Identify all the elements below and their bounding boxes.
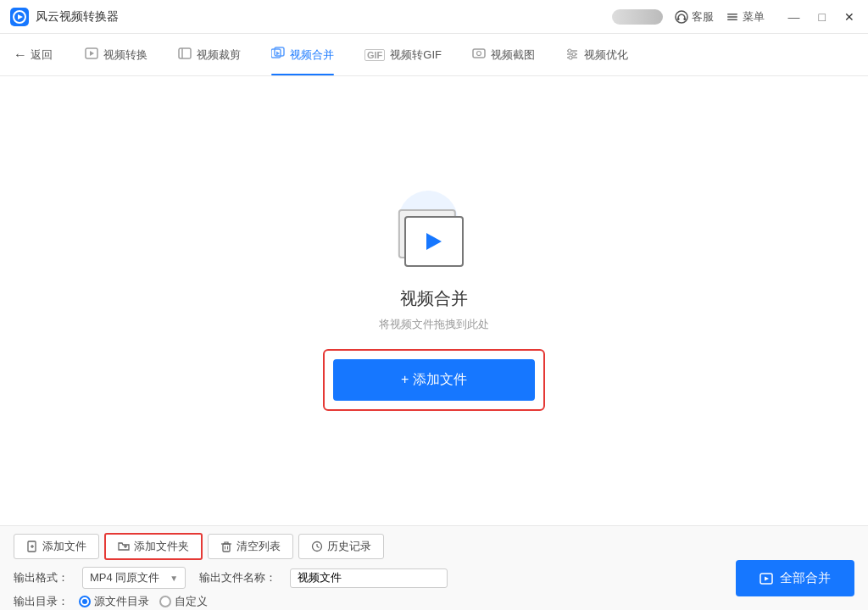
radio-custom-dir[interactable]: 自定义 (159, 594, 208, 609)
add-folder-btn-label: 添加文件夹 (134, 539, 189, 554)
tab-video-clip[interactable]: 视频裁剪 (163, 34, 256, 75)
back-label: 返回 (31, 47, 53, 63)
add-file-icon (26, 541, 38, 552)
service-btn[interactable]: 客服 (675, 9, 714, 25)
format-select[interactable]: MP4 同原文件 ▼ (82, 567, 186, 589)
history-icon (311, 541, 323, 552)
tab-video-convert-label: 视频转换 (103, 47, 147, 63)
output-dir-label: 输出目录： (14, 594, 69, 609)
drop-zone-border: + 添加文件 (323, 349, 545, 411)
history-btn-label: 历史记录 (327, 539, 371, 554)
video-screenshot-icon (472, 47, 486, 63)
tab-video-screenshot-label: 视频截图 (491, 47, 535, 63)
minimize-btn[interactable]: — (785, 8, 804, 25)
format-label: 输出格式： (14, 570, 69, 585)
tab-video-clip-label: 视频裁剪 (197, 47, 241, 63)
tab-video-merge[interactable]: 视频合并 (256, 34, 349, 75)
video-illustration (383, 191, 485, 267)
bottom-toolbar: 添加文件 添加文件夹 清空列表 历史记录 (14, 533, 854, 560)
svg-rect-7 (727, 16, 737, 18)
merge-play-icon (760, 572, 773, 585)
svg-rect-16 (473, 49, 485, 58)
video-gif-icon: GIF (364, 49, 385, 61)
add-file-button[interactable]: 添加文件 (14, 534, 99, 559)
radio-source-dir-label: 源文件目录 (94, 594, 149, 609)
action-btn-container: 全部合并 (736, 560, 854, 596)
radio-source-dir-dot (79, 596, 91, 607)
menu-icon (726, 10, 739, 24)
menu-label: 菜单 (743, 9, 765, 25)
svg-rect-6 (727, 14, 737, 15)
add-file-main-button[interactable]: + 添加文件 (333, 359, 535, 401)
video-convert-icon (85, 47, 98, 63)
radio-source-dir[interactable]: 源文件目录 (79, 594, 149, 609)
add-file-btn-label: 添加文件 (42, 539, 86, 554)
tab-video-screenshot[interactable]: 视频截图 (457, 34, 550, 75)
svg-marker-15 (276, 52, 280, 56)
svg-point-21 (568, 49, 571, 53)
tab-video-optimize[interactable]: 视频优化 (550, 34, 643, 75)
titlebar-right: 客服 菜单 — □ ✕ (612, 8, 858, 25)
format-value: MP4 同原文件 (90, 570, 159, 585)
back-button[interactable]: ← 返回 (14, 47, 53, 63)
svg-point-22 (572, 53, 576, 56)
output-dir-row: 输出目录： 源文件目录 自定义 (14, 594, 854, 609)
svg-point-17 (477, 52, 481, 56)
tab-video-convert[interactable]: 视频转换 (70, 34, 163, 75)
svg-rect-5 (683, 18, 686, 20)
tab-video-merge-label: 视频合并 (290, 47, 334, 63)
svg-rect-29 (223, 544, 230, 552)
back-arrow-icon: ← (14, 47, 27, 63)
maximize-btn[interactable]: □ (815, 8, 829, 25)
user-avatar[interactable] (612, 9, 663, 25)
add-folder-button[interactable]: 添加文件夹 (104, 533, 203, 560)
tab-video-gif-label: 视频转GIF (390, 47, 442, 63)
svg-marker-37 (765, 576, 769, 580)
clear-icon (220, 541, 232, 552)
tab-video-optimize-label: 视频优化 (584, 47, 628, 63)
nav-tabs: 视频转换 视频裁剪 视频合并 GIF 视频转GIF (70, 34, 643, 75)
video-clip-icon (178, 47, 192, 63)
svg-point-3 (676, 11, 687, 23)
app-title: 风云视频转换器 (36, 9, 612, 25)
history-button[interactable]: 历史记录 (298, 534, 384, 559)
drop-zone-title: 视频合并 (400, 287, 468, 310)
merge-all-label: 全部合并 (780, 570, 831, 586)
titlebar: 风云视频转换器 客服 菜单 — □ ✕ (0, 0, 868, 34)
filename-input[interactable] (290, 568, 448, 588)
svg-rect-4 (677, 18, 680, 20)
svg-marker-10 (90, 51, 94, 56)
video-merge-icon (271, 47, 285, 63)
menu-btn[interactable]: 菜单 (726, 9, 765, 25)
headset-icon (675, 10, 688, 24)
svg-line-35 (317, 546, 320, 548)
navbar: ← 返回 视频转换 视频裁剪 视频合并 (0, 34, 868, 76)
video-optimize-icon (565, 47, 579, 63)
radio-custom-dir-label: 自定义 (175, 594, 208, 609)
filename-label: 输出文件名称： (199, 570, 276, 585)
close-btn[interactable]: ✕ (841, 8, 858, 25)
app-logo (10, 8, 29, 26)
clear-list-btn-label: 清空列表 (236, 539, 281, 554)
window-controls: — □ ✕ (785, 8, 858, 25)
drop-zone: 视频合并 将视频文件拖拽到此处 + 添加文件 (323, 191, 545, 411)
output-options: 输出格式： MP4 同原文件 ▼ 输出文件名称： (14, 567, 854, 589)
tab-video-gif[interactable]: GIF 视频转GIF (349, 34, 457, 75)
add-folder-icon (118, 541, 130, 552)
svg-rect-8 (727, 19, 737, 20)
service-label: 客服 (692, 9, 714, 25)
format-dropdown-icon: ▼ (170, 574, 178, 583)
svg-rect-11 (179, 48, 191, 58)
main-content: 视频合并 将视频文件拖拽到此处 + 添加文件 (0, 76, 868, 525)
merge-all-button[interactable]: 全部合并 (736, 560, 854, 596)
clear-list-button[interactable]: 清空列表 (208, 534, 293, 559)
radio-custom-dir-dot (159, 596, 171, 607)
svg-point-23 (569, 56, 572, 59)
drop-zone-hint: 将视频文件拖拽到此处 (379, 317, 489, 332)
